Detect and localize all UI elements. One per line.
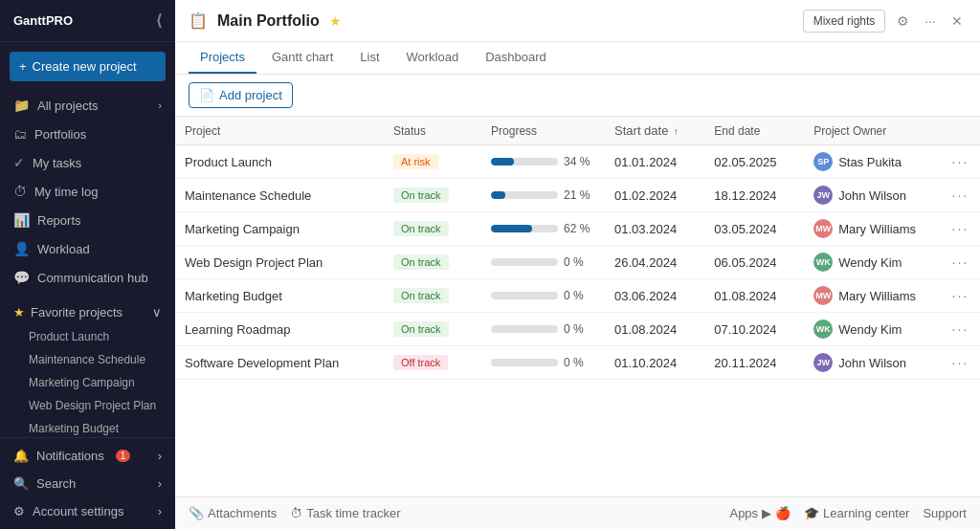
settings-icon[interactable]: ⚙ — [893, 11, 913, 31]
projects-table-container: Project Status Progress Start date ↑ End… — [175, 117, 980, 496]
cell-project-name[interactable]: Web Design Project Plan — [175, 246, 384, 279]
col-header-end-date[interactable]: End date — [704, 117, 804, 145]
sidebar-item-account-settings[interactable]: ⚙ Account settings › — [0, 497, 175, 525]
cell-project-name[interactable]: Software Development Plan — [175, 346, 384, 380]
avatar: JW — [813, 186, 833, 205]
cell-start-date: 01.08.2024 — [605, 313, 704, 346]
fav-item-product-launch[interactable]: Product Launch — [0, 325, 175, 348]
favorites-label: Favorite projects — [31, 305, 122, 320]
progress-value: 21 % — [564, 188, 592, 202]
progress-bar-container: 0 % — [491, 289, 595, 302]
row-more-options-button[interactable]: ··· — [952, 221, 969, 236]
owner-name: Mary Williams — [838, 222, 916, 236]
col-header-project[interactable]: Project — [175, 117, 384, 145]
cell-end-date: 01.08.2024 — [704, 279, 804, 313]
progress-bar-background — [491, 158, 558, 165]
notifications-label: Notifications — [36, 449, 104, 463]
sidebar-item-my-tasks[interactable]: ✓ My tasks — [0, 148, 175, 177]
col-header-start-date[interactable]: Start date ↑ — [605, 117, 704, 145]
sidebar-item-reports[interactable]: 📊 Reports — [0, 206, 175, 234]
fav-item-web-design[interactable]: Web Design Project Plan — [0, 394, 175, 417]
tab-dashboard[interactable]: Dashboard — [474, 42, 558, 74]
portfolios-icon: 🗂 — [13, 126, 27, 142]
tab-workload[interactable]: Workload — [395, 42, 471, 74]
col-header-owner[interactable]: Project Owner — [804, 117, 942, 145]
more-options-icon[interactable]: ··· — [921, 11, 940, 31]
cell-actions: ··· — [943, 179, 980, 212]
learning-center-button[interactable]: 🎓 Learning center — [804, 506, 909, 520]
add-project-button[interactable]: 📄 Add project — [189, 82, 293, 108]
account-settings-label: Account settings — [33, 504, 123, 518]
col-header-status[interactable]: Status — [384, 117, 481, 145]
table-row: Marketing Budget On track 0 % 03.06.2024… — [175, 279, 980, 313]
cell-end-date: 07.10.2024 — [704, 313, 804, 346]
cell-project-name[interactable]: Marketing Budget — [175, 279, 384, 313]
row-more-options-button[interactable]: ··· — [952, 187, 969, 203]
cell-actions: ··· — [943, 246, 980, 279]
table-row: Marketing Campaign On track 62 % 01.03.2… — [175, 212, 980, 246]
sidebar-item-label: My time log — [34, 185, 98, 199]
sidebar: GanttPRO ⟨ + Create new project 📁 All pr… — [0, 0, 175, 529]
sidebar-item-search[interactable]: 🔍 Search › — [0, 470, 175, 497]
cell-actions: ··· — [943, 212, 980, 246]
progress-bar-container: 0 % — [491, 356, 595, 369]
cell-owner: MW Mary Williams — [804, 212, 942, 246]
cell-status: On track — [384, 313, 481, 346]
sidebar-bottom: 🔔 Notifications 1 › 🔍 Search › ⚙ Account… — [0, 437, 175, 529]
support-button[interactable]: Support — [923, 506, 967, 520]
tab-list[interactable]: List — [348, 42, 390, 74]
fav-item-marketing-budget[interactable]: Marketing Budget — [0, 417, 175, 437]
sidebar-item-my-time-log[interactable]: ⏱ My time log — [0, 177, 175, 206]
close-icon[interactable]: ✕ — [947, 11, 967, 31]
status-badge: On track — [393, 221, 449, 236]
apps-label: Apps — [729, 506, 758, 520]
avatar: MW — [813, 286, 833, 305]
favorite-star-icon[interactable]: ★ — [329, 13, 342, 29]
fav-item-marketing-campaign[interactable]: Marketing Campaign — [0, 371, 175, 394]
row-more-options-button[interactable]: ··· — [952, 254, 969, 270]
row-more-options-button[interactable]: ··· — [952, 355, 969, 370]
col-header-progress[interactable]: Progress — [481, 117, 605, 145]
cell-owner: SP Stas Pukita — [804, 145, 942, 179]
sidebar-collapse-icon[interactable]: ⟨ — [156, 11, 162, 30]
cell-project-name[interactable]: Marketing Campaign — [175, 212, 384, 246]
tab-projects[interactable]: Projects — [189, 42, 256, 74]
tasks-icon: ✓ — [13, 155, 25, 170]
fav-item-maintenance[interactable]: Maintenance Schedule — [0, 348, 175, 371]
cell-project-name[interactable]: Maintenance Schedule — [175, 179, 384, 212]
owner-name: John Wilson — [838, 356, 906, 370]
toolbar: 📄 Add project — [175, 75, 980, 117]
task-time-tracker-button[interactable]: ⏱ Task time tracker — [290, 506, 400, 520]
row-more-options-button[interactable]: ··· — [952, 154, 969, 169]
chevron-right-icon: › — [158, 504, 162, 518]
sidebar-item-communication-hub[interactable]: 💬 Communication hub — [0, 263, 175, 292]
sidebar-item-all-projects[interactable]: 📁 All projects › — [0, 91, 175, 120]
cell-start-date: 01.02.2024 — [605, 179, 704, 212]
table-row: Maintenance Schedule On track 21 % 01.02… — [175, 179, 980, 212]
cell-end-date: 20.11.2024 — [704, 346, 804, 380]
tab-gantt-chart[interactable]: Gantt chart — [260, 42, 345, 74]
add-project-label: Add project — [219, 88, 282, 102]
sidebar-item-portfolios[interactable]: 🗂 Portfolios — [0, 120, 175, 148]
sidebar-item-workload[interactable]: 👤 Workload — [0, 234, 175, 263]
cell-progress: 21 % — [481, 179, 605, 212]
create-project-button[interactable]: + Create new project — [10, 52, 166, 81]
owner-cell: WK Wendy Kim — [813, 253, 932, 272]
mixed-rights-button[interactable]: Mixed rights — [803, 10, 886, 33]
row-more-options-button[interactable]: ··· — [952, 288, 969, 303]
cell-project-name[interactable]: Learning Roadmap — [175, 313, 384, 346]
row-more-options-button[interactable]: ··· — [952, 321, 969, 337]
notifications-badge: 1 — [116, 450, 131, 462]
progress-bar-background — [491, 258, 558, 266]
cell-status: Off track — [384, 346, 481, 380]
favorites-header[interactable]: ★ Favorite projects ∨ — [0, 299, 175, 325]
progress-bar-background — [491, 191, 558, 199]
projects-table: Project Status Progress Start date ↑ End… — [175, 117, 980, 380]
attachments-button[interactable]: 📎 Attachments — [189, 506, 277, 520]
apps-button[interactable]: Apps ▶ 🍎 — [729, 506, 791, 520]
avatar: JW — [813, 353, 833, 372]
chat-icon: 💬 — [13, 270, 30, 285]
cell-project-name[interactable]: Product Launch — [175, 145, 384, 179]
sidebar-item-notifications[interactable]: 🔔 Notifications 1 › — [0, 442, 175, 470]
time-icon: ⏱ — [13, 184, 27, 199]
